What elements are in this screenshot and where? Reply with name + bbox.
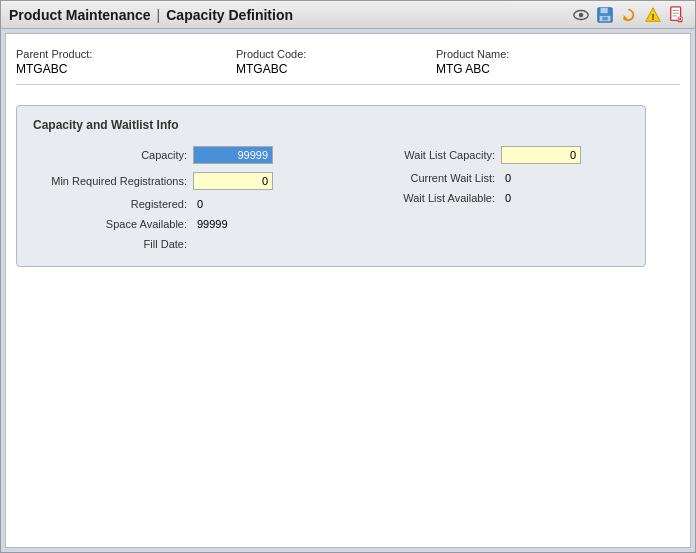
refresh-icon[interactable] bbox=[619, 5, 639, 25]
document-icon[interactable]: D bbox=[667, 5, 687, 25]
toolbar: ! D bbox=[571, 5, 687, 25]
parent-product-value: MTGABC bbox=[16, 62, 236, 76]
capacity-section: Capacity and Waitlist Info Capacity: Min… bbox=[16, 105, 646, 267]
wait-list-capacity-row: Wait List Capacity: bbox=[341, 146, 629, 164]
product-code-value: MTGABC bbox=[236, 62, 436, 76]
min-required-input[interactable] bbox=[193, 172, 273, 190]
svg-text:D: D bbox=[678, 16, 682, 22]
title-separator: | bbox=[157, 7, 161, 23]
capacity-input[interactable] bbox=[193, 146, 273, 164]
wait-list-capacity-label: Wait List Capacity: bbox=[341, 149, 501, 161]
product-code-label: Product Code: bbox=[236, 48, 436, 60]
capacity-label: Capacity: bbox=[33, 149, 193, 161]
registered-row: Registered: 0 bbox=[33, 198, 321, 210]
capacity-row: Capacity: bbox=[33, 146, 321, 164]
min-required-row: Min Required Registrations: bbox=[33, 172, 321, 190]
space-available-label: Space Available: bbox=[33, 218, 193, 230]
capacity-grid: Capacity: Min Required Registrations: Re… bbox=[33, 146, 629, 250]
current-wait-list-label: Current Wait List: bbox=[341, 172, 501, 184]
wait-list-available-value: 0 bbox=[501, 192, 511, 204]
product-name-label: Product Name: bbox=[436, 48, 636, 60]
current-wait-list-value: 0 bbox=[501, 172, 511, 184]
warning-icon[interactable]: ! bbox=[643, 5, 663, 25]
fill-date-label: Fill Date: bbox=[33, 238, 193, 250]
product-info-row: Parent Product: MTGABC Product Code: MTG… bbox=[16, 44, 680, 85]
svg-point-1 bbox=[579, 12, 584, 17]
eye-icon[interactable] bbox=[571, 5, 591, 25]
header-bar: Product Maintenance | Capacity Definitio… bbox=[1, 1, 695, 29]
main-window: Product Maintenance | Capacity Definitio… bbox=[0, 0, 696, 553]
wait-list-available-label: Wait List Available: bbox=[341, 192, 501, 204]
product-name-field: Product Name: MTG ABC bbox=[436, 48, 636, 76]
registered-label: Registered: bbox=[33, 198, 193, 210]
svg-text:!: ! bbox=[652, 11, 655, 21]
capacity-section-title: Capacity and Waitlist Info bbox=[33, 118, 629, 132]
fill-date-row: Fill Date: bbox=[33, 238, 321, 250]
capacity-left-column: Capacity: Min Required Registrations: Re… bbox=[33, 146, 321, 250]
registered-value: 0 bbox=[193, 198, 203, 210]
product-name-value: MTG ABC bbox=[436, 62, 636, 76]
svg-rect-5 bbox=[602, 16, 607, 20]
space-available-row: Space Available: 99999 bbox=[33, 218, 321, 230]
current-wait-list-row: Current Wait List: 0 bbox=[341, 172, 629, 184]
min-required-label: Min Required Registrations: bbox=[33, 175, 193, 187]
save-icon[interactable] bbox=[595, 5, 615, 25]
svg-rect-3 bbox=[601, 7, 608, 12]
product-code-field: Product Code: MTGABC bbox=[236, 48, 436, 76]
wait-list-available-row: Wait List Available: 0 bbox=[341, 192, 629, 204]
svg-marker-6 bbox=[624, 15, 629, 20]
space-available-value: 99999 bbox=[193, 218, 228, 230]
parent-product-label: Parent Product: bbox=[16, 48, 236, 60]
header-title: Product Maintenance | Capacity Definitio… bbox=[9, 7, 293, 23]
wait-list-capacity-input[interactable] bbox=[501, 146, 581, 164]
content-area: Parent Product: MTGABC Product Code: MTG… bbox=[5, 33, 691, 548]
capacity-definition-label: Capacity Definition bbox=[166, 7, 293, 23]
capacity-right-column: Wait List Capacity: Current Wait List: 0… bbox=[341, 146, 629, 250]
parent-product-field: Parent Product: MTGABC bbox=[16, 48, 236, 76]
product-maintenance-label: Product Maintenance bbox=[9, 7, 151, 23]
